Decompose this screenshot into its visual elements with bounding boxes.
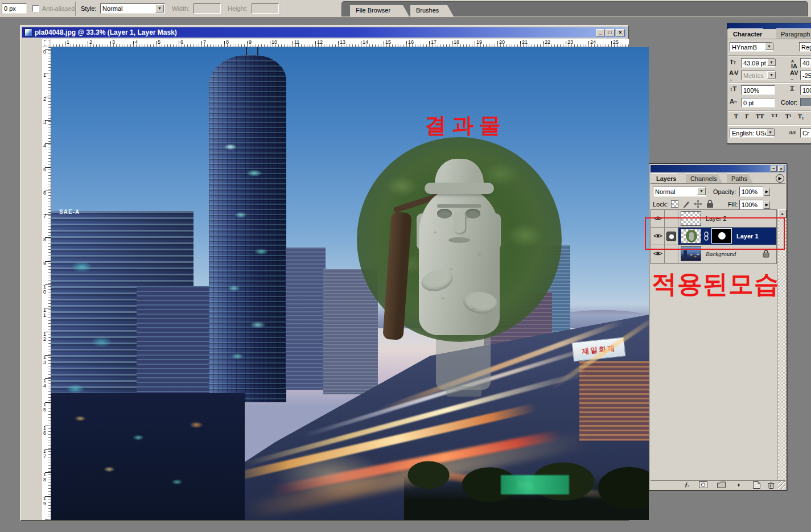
chevron-down-icon[interactable]: ▼ <box>697 187 706 195</box>
height-input[interactable] <box>252 3 279 14</box>
text-color-swatch[interactable] <box>800 98 811 106</box>
faux-bold-button[interactable]: T <box>732 113 740 119</box>
ruler-number: 3 <box>112 39 115 45</box>
blend-row: Normal ▼ Opacity: 100% ▶ <box>653 187 783 198</box>
palette-menu-button[interactable]: ▶ <box>776 174 784 183</box>
character-palette: Character Paragraph HYnamB ▼ Regu TT 43.… <box>727 23 811 144</box>
character-palette-tabs: Character Paragraph <box>727 29 811 39</box>
ruler-number: 10 <box>271 39 277 45</box>
ruler-number: 17 <box>431 39 437 45</box>
vertical-ruler[interactable]: 01234567891011121314151617181920 <box>42 47 51 520</box>
tab-character[interactable]: Character <box>728 28 768 39</box>
ruler-number: 11 <box>43 308 46 318</box>
ruler-number: 20 <box>43 519 46 520</box>
ruler-number: 18 <box>43 472 46 482</box>
language-row: English: USA ▼ aa Cr <box>727 128 811 138</box>
fill-input[interactable]: 100% <box>739 200 763 210</box>
color-label: Color: <box>781 99 797 106</box>
layers-palette-titlebar[interactable]: − × <box>651 165 785 172</box>
anti-alias-select[interactable]: Cr <box>800 128 811 138</box>
font-size-value: 43.09 pt <box>743 60 766 67</box>
layers-scrollbar[interactable]: ▲ <box>777 209 787 481</box>
chevron-down-icon[interactable]: ▼ <box>766 129 775 136</box>
all-caps-button[interactable]: TT <box>754 113 766 119</box>
tracking-input[interactable]: -25 <box>800 71 811 80</box>
horizontal-scale-input[interactable]: 100 <box>800 85 811 95</box>
lock-position-icon[interactable] <box>694 200 702 209</box>
anti-aliased-checkbox[interactable] <box>32 5 39 12</box>
ruler-number: 2 <box>43 97 46 102</box>
radius-input[interactable]: 0 px <box>2 3 27 14</box>
background-lock-icon <box>763 250 769 259</box>
chevron-down-icon[interactable]: ▼ <box>767 71 776 79</box>
scroll-up-icon[interactable]: ▲ <box>778 209 787 218</box>
adjustment-layer-icon[interactable]: ◐ <box>735 481 744 489</box>
font-family-row: HYnamB ▼ Regu <box>727 42 811 52</box>
vertical-scale-input[interactable]: 100% <box>741 85 775 95</box>
opacity-spinner-icon[interactable]: ▶ <box>764 188 770 196</box>
layers-bottom-bar: ƒ. ◐ <box>651 480 785 489</box>
width-input[interactable] <box>194 3 221 14</box>
fill-label: Fill: <box>728 201 738 208</box>
ruler-number: 12 <box>43 332 46 342</box>
document-title: pla04048.jpg @ 33.3% (Layer 1, Layer Mas… <box>35 28 177 36</box>
ruler-number: 5 <box>158 39 160 45</box>
document-titlebar[interactable]: pla04048.jpg @ 33.3% (Layer 1, Layer Mas… <box>22 27 627 38</box>
layers-palette: − × Layers Channels Paths ▶ Normal ▼ Opa… <box>649 163 787 490</box>
resize-grip[interactable] <box>778 481 785 489</box>
chevron-down-icon[interactable]: ▼ <box>155 5 164 13</box>
superscript-button[interactable]: T¹ <box>783 113 793 119</box>
maximize-button[interactable]: □ <box>606 29 615 36</box>
font-style-select[interactable]: Regu <box>799 42 811 52</box>
chevron-down-icon[interactable]: ▼ <box>767 59 776 66</box>
layer-style-icon[interactable]: ƒ. <box>682 481 691 489</box>
close-button[interactable]: × <box>616 29 625 36</box>
ruler-corner <box>42 39 51 47</box>
minimize-button[interactable]: _ <box>596 29 605 36</box>
scene-green-fence <box>501 475 569 494</box>
opacity-input[interactable]: 100% <box>739 187 763 197</box>
ruler-number: 14 <box>43 378 46 389</box>
baseline-row: Aª↑ 0 pt Color: <box>727 98 811 108</box>
anti-aliased-label: Anti-aliased <box>42 5 75 12</box>
applied-annotation-text: 적용된모습 <box>652 267 780 301</box>
tab-paths[interactable]: Paths <box>727 173 753 183</box>
character-palette-titlebar[interactable] <box>727 23 811 29</box>
minimize-icon[interactable]: − <box>771 166 777 172</box>
lock-pixels-icon[interactable] <box>682 200 690 209</box>
ruler-number: 8 <box>43 237 46 242</box>
layers-empty-area: 적용된모습 <box>651 264 777 481</box>
blend-mode-value: Normal <box>655 188 675 195</box>
tab-paragraph[interactable]: Paragraph <box>776 28 811 39</box>
scroll-track[interactable] <box>778 218 787 481</box>
chevron-down-icon[interactable]: ▼ <box>765 43 773 50</box>
tab-layers[interactable]: Layers <box>652 173 682 183</box>
delete-layer-icon[interactable] <box>767 481 776 489</box>
leading-input[interactable]: 40. <box>800 58 811 68</box>
new-layer-icon[interactable] <box>752 481 761 489</box>
tab-file-browser[interactable]: File Browser <box>350 5 409 17</box>
style-select[interactable]: Normal ▼ <box>100 3 165 14</box>
style-value: Normal <box>102 5 122 12</box>
scene-foreground-buildings <box>51 393 245 520</box>
horizontal-ruler[interactable]: 0123456789101112131415161718192021222324… <box>42 39 629 47</box>
baseline-shift-input[interactable]: 0 pt <box>741 98 775 108</box>
font-size-row: TT 43.09 pt ▼ AIA 40. <box>727 58 811 68</box>
lock-all-icon[interactable] <box>706 200 714 209</box>
divider <box>728 83 811 84</box>
ruler-number: 5 <box>43 167 46 172</box>
subscript-button[interactable]: T₁ <box>796 113 806 119</box>
tab-channels[interactable]: Channels <box>686 173 722 183</box>
small-caps-button[interactable]: TT <box>768 113 781 118</box>
canvas[interactable]: SAE-A 제일화재 <box>51 47 649 520</box>
fill-spinner-icon[interactable]: ▶ <box>764 201 770 209</box>
faux-italic-button[interactable]: T <box>742 113 751 119</box>
new-group-icon[interactable] <box>717 481 726 489</box>
add-mask-icon[interactable] <box>698 481 707 489</box>
lock-transparency-icon[interactable] <box>671 200 678 208</box>
document-icon <box>24 28 32 36</box>
tab-brushes[interactable]: Brushes <box>410 5 454 17</box>
ruler-number: 3 <box>43 120 46 125</box>
layer-name[interactable]: Background <box>706 250 736 257</box>
close-icon[interactable]: × <box>778 166 784 172</box>
